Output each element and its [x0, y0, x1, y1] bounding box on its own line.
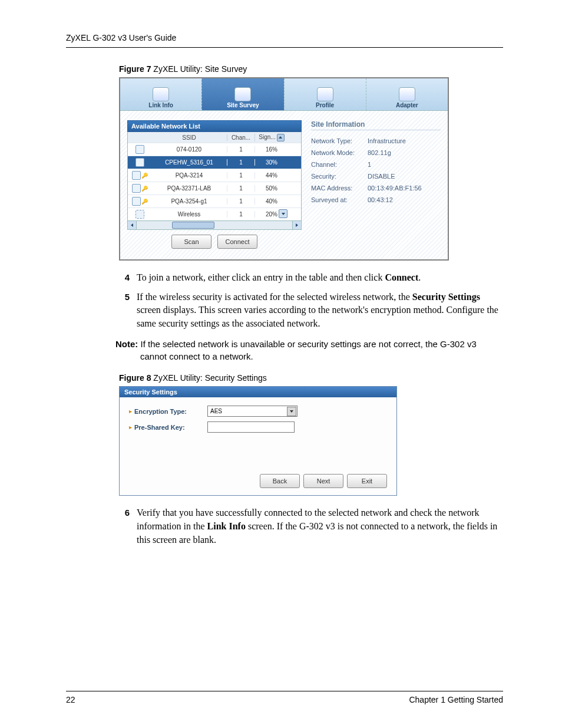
- figure7-caption: Figure 7 ZyXEL Utility: Site Survey: [119, 64, 503, 74]
- back-button[interactable]: Back: [260, 474, 300, 488]
- step-list-b: 6Verify that you have successfully conne…: [115, 506, 503, 546]
- lock-icon: 🔑: [141, 199, 148, 205]
- channel-cell: 1: [227, 172, 254, 179]
- site-survey-icon: [234, 87, 251, 101]
- step-list-a: 4To join a network, either click an entr…: [115, 271, 503, 331]
- site-info-row: Channel:1: [311, 159, 441, 170]
- channel-cell: 1: [227, 198, 254, 205]
- page-footer: 22 Chapter 1 Getting Started: [66, 691, 503, 704]
- site-info-row: Surveyed at:00:43:12: [311, 194, 441, 206]
- ssid-cell: Wireless: [151, 211, 227, 218]
- site-info-row: MAC Address:00:13:49:AB:F1:56: [311, 182, 441, 194]
- ssid-cell: PQA-32371-LAB: [151, 185, 227, 192]
- signal-cell: 30%: [254, 159, 288, 166]
- scan-button[interactable]: Scan: [171, 235, 211, 249]
- adapter-icon: [399, 87, 415, 101]
- channel-cell: 1: [227, 211, 254, 218]
- lock-icon: 🔑: [141, 173, 148, 179]
- figure8-screenshot: Security Settings ▸ Encryption Type: AES…: [119, 386, 397, 496]
- figure7-screenshot: Link Info Site Survey Profile Adapter Av…: [119, 77, 449, 261]
- fig7-tabs: Link Info Site Survey Profile Adapter: [120, 78, 448, 111]
- profile-icon: [317, 87, 333, 101]
- ap-icon: [132, 197, 141, 206]
- horizontal-scrollbar[interactable]: [127, 221, 302, 230]
- security-settings-title: Security Settings: [120, 387, 396, 397]
- pre-shared-key-input[interactable]: [207, 421, 295, 433]
- table-row[interactable]: Wireless120%: [128, 207, 301, 220]
- connect-button[interactable]: Connect: [217, 235, 257, 249]
- pre-shared-key-label: Pre-Shared Key:: [134, 424, 207, 431]
- available-network-panel: Available Network List SSID Chan... Sign…: [127, 120, 302, 249]
- tab-adapter[interactable]: Adapter: [366, 78, 448, 110]
- signal-cell: 20%: [254, 211, 288, 218]
- next-button[interactable]: Next: [303, 474, 343, 488]
- ssid-cell: PQA-3254-g1: [151, 198, 227, 205]
- table-header: SSID Chan... Sign...: [128, 132, 301, 143]
- scroll-down-icon[interactable]: [279, 209, 287, 218]
- ssid-cell: PQA-3214: [151, 172, 227, 179]
- sort-up-icon[interactable]: [277, 134, 285, 141]
- ap-icon: [135, 145, 144, 154]
- ap-icon: [135, 210, 144, 219]
- channel-cell: 1: [227, 185, 254, 192]
- figure8-caption: Figure 8 ZyXEL Utility: Security Setting…: [119, 373, 503, 383]
- ap-icon: [135, 158, 144, 167]
- ap-icon: [132, 184, 141, 193]
- channel-cell: 1: [227, 146, 254, 153]
- site-info-row: Network Type:Infrastructure: [311, 135, 441, 147]
- step-item: 4To join a network, either click an entr…: [115, 271, 503, 285]
- site-information-panel: Site Information Network Type:Infrastruc…: [311, 120, 441, 249]
- scroll-right-icon[interactable]: [292, 221, 301, 229]
- encryption-type-select[interactable]: AES: [207, 406, 297, 417]
- page-number: 22: [66, 695, 75, 704]
- tab-site-survey[interactable]: Site Survey: [201, 78, 283, 110]
- channel-cell: 1: [227, 159, 254, 166]
- table-row[interactable]: 074-0120116%: [128, 143, 301, 156]
- signal-cell: 44%: [254, 172, 288, 179]
- site-information-header: Site Information: [311, 120, 441, 130]
- exit-button[interactable]: Exit: [347, 474, 387, 488]
- tab-profile[interactable]: Profile: [284, 78, 366, 110]
- encryption-type-label: Encryption Type:: [134, 408, 207, 415]
- link-info-icon: [153, 87, 169, 101]
- step-item: 6Verify that you have successfully conne…: [115, 506, 503, 546]
- table-row[interactable]: 🔑PQA-3214144%: [128, 169, 301, 182]
- network-list-header: Available Network List: [127, 120, 302, 132]
- bullet-icon: ▸: [129, 408, 132, 414]
- table-row[interactable]: 🔑PQA-32371-LAB150%: [128, 182, 301, 195]
- note-text: Note: If the selected network is unavail…: [115, 338, 503, 363]
- ssid-cell: CPEHW_5316_01: [151, 159, 227, 166]
- scroll-left-icon[interactable]: [128, 221, 137, 229]
- bullet-icon: ▸: [129, 424, 132, 430]
- ssid-cell: 074-0120: [151, 146, 227, 153]
- network-list[interactable]: SSID Chan... Sign... 074-0120116%CPEHW_5…: [127, 132, 302, 221]
- signal-cell: 40%: [254, 198, 288, 205]
- chevron-down-icon[interactable]: [287, 407, 296, 416]
- site-info-row: Security:DISABLE: [311, 170, 441, 182]
- tab-link-info[interactable]: Link Info: [120, 78, 201, 110]
- step-item: 5If the wireless security is activated f…: [115, 291, 503, 331]
- table-row[interactable]: 🔑PQA-3254-g1140%: [128, 195, 301, 207]
- ap-icon: [132, 171, 141, 180]
- site-info-row: Network Mode:802.11g: [311, 147, 441, 159]
- lock-icon: 🔑: [141, 186, 148, 192]
- signal-cell: 16%: [254, 146, 288, 153]
- signal-cell: 50%: [254, 185, 288, 192]
- chapter-label: Chapter 1 Getting Started: [409, 695, 503, 704]
- running-header: ZyXEL G-302 v3 User's Guide: [66, 33, 503, 48]
- table-row[interactable]: CPEHW_5316_01130%: [128, 156, 301, 169]
- scroll-thumb[interactable]: [172, 222, 214, 229]
